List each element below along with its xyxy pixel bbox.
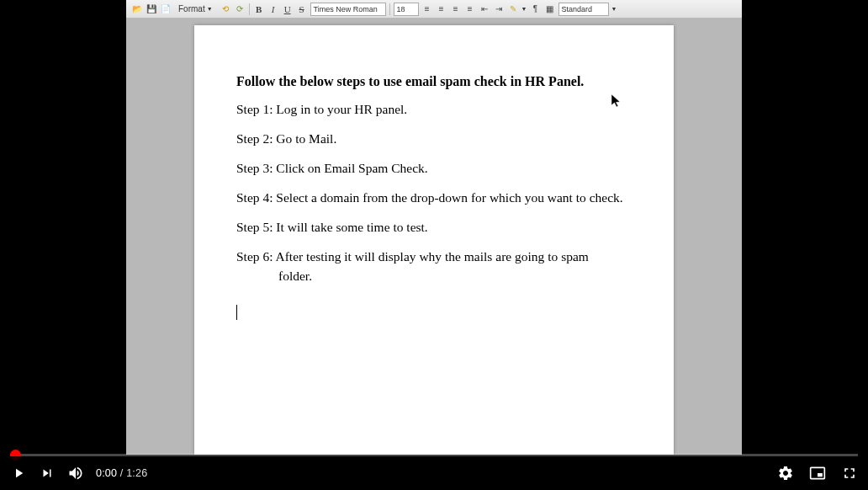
time-display: 0:00 / 1:26 [96,467,147,479]
player-controls: 0:00 / 1:26 [0,456,868,490]
volume-button[interactable] [67,465,84,482]
save-icon[interactable]: 💾 [146,3,157,15]
dropdown-arrow-icon[interactable]: ▼ [611,6,617,12]
text-cursor [236,305,237,320]
doc-icon[interactable]: 📄 [160,3,172,15]
document-step: Step 3: Click on Email Spam Check. [236,160,632,178]
current-time: 0:00 [96,467,117,479]
nonprinting-icon[interactable]: ¶ [530,3,542,15]
toolbar: 📂 💾 📄 Format ▼ ⟲ ⟳ B I U S Times New Rom… [126,0,742,19]
document-step: Step 6: After testing it will display wh… [236,248,632,266]
indent-right-icon[interactable]: ⇥ [493,3,505,15]
font-size-dropdown[interactable]: 18 [394,3,419,16]
document-title: Follow the below steps to use email spam… [236,74,632,89]
dropdown-arrow-icon[interactable]: ▼ [521,6,527,12]
settings-button[interactable] [777,465,794,482]
next-button[interactable] [39,465,56,482]
font-dropdown[interactable]: Times New Roman [310,3,386,16]
format-label: Format [178,4,205,13]
document-page[interactable]: Follow the below steps to use email spam… [194,25,674,455]
align-left-icon[interactable]: ≡ [421,3,433,15]
separator [389,3,390,15]
format-dropdown[interactable]: Format ▼ [174,3,217,14]
editor-window: 📂 💾 📄 Format ▼ ⟲ ⟳ B I U S Times New Rom… [126,0,742,455]
mouse-cursor-icon [611,94,623,110]
redo-icon[interactable]: ⟳ [234,3,246,15]
align-justify-icon[interactable]: ≡ [464,3,476,15]
undo-icon[interactable]: ⟲ [220,3,231,15]
separator [249,3,250,15]
document-step: Step 2: Go to Mail. [236,130,632,148]
indent-left-icon[interactable]: ⇤ [479,3,490,15]
bold-button[interactable]: B [253,3,265,15]
video-player: 📂 💾 📄 Format ▼ ⟲ ⟳ B I U S Times New Rom… [0,0,868,490]
style-dropdown[interactable]: Standard [558,3,609,16]
editor-background: Follow the below steps to use email spam… [126,19,742,455]
italic-button[interactable]: I [267,3,279,15]
align-center-icon[interactable]: ≡ [436,3,447,15]
duration: 1:26 [126,467,147,479]
table-icon[interactable]: ▦ [544,3,556,15]
open-icon[interactable]: 📂 [131,3,143,15]
strikethrough-button[interactable]: S [296,3,308,15]
video-content: 📂 💾 📄 Format ▼ ⟲ ⟳ B I U S Times New Rom… [126,0,742,455]
highlight-icon[interactable]: ✎ [507,3,519,15]
underline-button[interactable]: U [282,3,294,15]
document-step-continuation: folder. [236,268,632,285]
document-step: Step 4: Select a domain from the drop-do… [236,189,632,207]
miniplayer-button[interactable] [809,465,826,482]
fullscreen-button[interactable] [841,465,858,482]
document-step: Step 1: Log in to your HR panel. [236,101,632,119]
document-step: Step 5: It will take some time to test. [236,219,632,237]
align-right-icon[interactable]: ≡ [450,3,462,15]
play-button[interactable] [10,465,27,482]
